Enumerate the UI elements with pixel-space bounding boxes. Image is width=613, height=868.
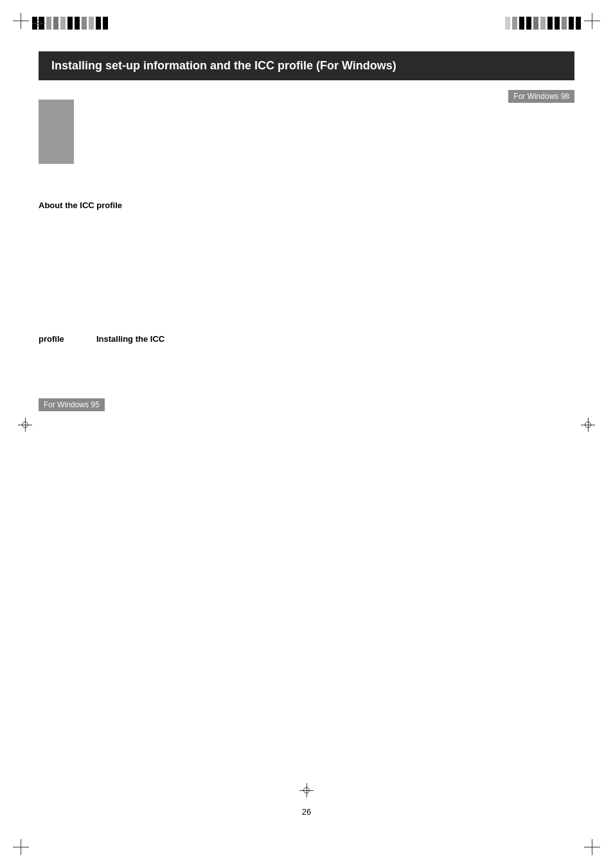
- bar-sq-r-6: [540, 17, 546, 30]
- bar-sq-r-4: [526, 17, 531, 30]
- right-bar-pattern: [505, 17, 581, 30]
- corner-mark-br-v: [592, 839, 592, 855]
- bar-sq-r-10: [569, 17, 574, 30]
- bottom-center-crosshair: [299, 783, 314, 797]
- bar-sq-r-9: [562, 17, 567, 30]
- corner-mark-tr-v: [592, 13, 592, 29]
- bar-sq-r-11: [576, 17, 581, 30]
- mid-right-crosshair: [581, 418, 595, 432]
- bar-sq-7: [75, 17, 80, 30]
- profile-label: profile: [39, 334, 77, 344]
- bar-sq-3: [46, 17, 51, 30]
- corner-mark-bl-v: [21, 839, 21, 855]
- bar-sq-8: [82, 17, 87, 30]
- bar-sq-r-3: [519, 17, 524, 30]
- bar-sq-4: [53, 17, 58, 30]
- bar-sq-10: [96, 17, 101, 30]
- page-number: 26: [302, 807, 311, 817]
- top-center-crosshair: [32, 17, 45, 30]
- about-icc-label: About the ICC profile: [39, 200, 122, 210]
- page-title: Installing set-up information and the IC…: [39, 51, 574, 80]
- bar-sq-5: [60, 17, 66, 30]
- bar-sq-r-2: [512, 17, 517, 30]
- bar-sq-r-7: [547, 17, 553, 30]
- corner-mark-tl-v: [21, 13, 21, 29]
- sidebar-block: [39, 100, 74, 164]
- bar-sq-6: [67, 17, 73, 30]
- crosshair-circle: [35, 20, 42, 26]
- bar-sq-r-5: [533, 17, 538, 30]
- bar-sq-r-1: [505, 17, 510, 30]
- top-bar: [32, 14, 581, 32]
- windows98-badge: For Windows 98: [508, 90, 574, 103]
- installing-icc-section: profile Installing the ICC: [39, 334, 574, 344]
- bar-sq-r-8: [555, 17, 560, 30]
- bar-sq-9: [89, 17, 94, 30]
- mid-left-crosshair: [18, 418, 32, 432]
- main-content: Installing set-up information and the IC…: [39, 51, 574, 109]
- installing-icc-label: Installing the ICC: [96, 334, 164, 344]
- bar-sq-11: [103, 17, 108, 30]
- windows95-badge: For Windows 95: [39, 398, 105, 411]
- about-icc-section: About the ICC profile: [39, 199, 574, 211]
